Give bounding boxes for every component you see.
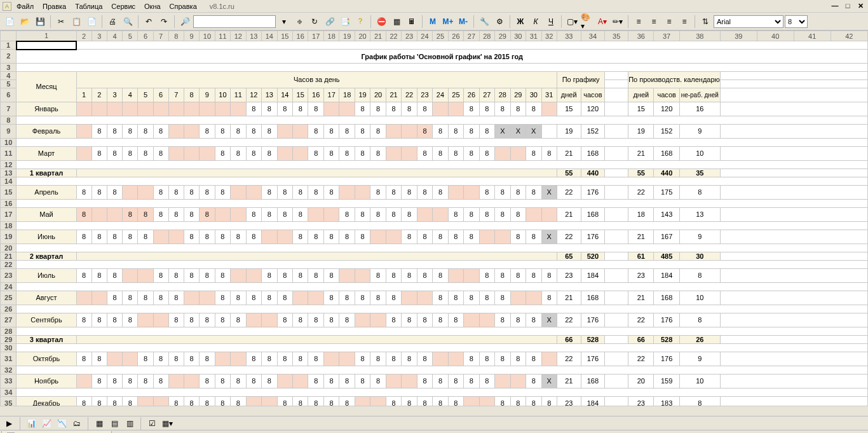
day-cell[interactable]: 8 [277, 268, 292, 282]
day-cell[interactable] [138, 313, 153, 327]
hdr-day-13[interactable]: 13 [262, 88, 277, 102]
day-cell[interactable]: 8 [339, 146, 355, 160]
prod-days[interactable]: 21 [628, 230, 654, 244]
day-cell[interactable]: 8 [448, 313, 463, 327]
prod-hours[interactable]: 168 [654, 146, 679, 160]
day-cell[interactable]: 8 [184, 352, 199, 366]
row-header[interactable]: 28 [1, 327, 17, 335]
day-cell[interactable] [293, 124, 308, 138]
day-cell[interactable]: 8 [262, 185, 277, 199]
m-icon[interactable]: М [426, 15, 440, 29]
sb9-icon[interactable]: ▦▾ [161, 418, 173, 429]
day-cell[interactable]: 8 [76, 230, 92, 244]
day-cell[interactable] [339, 352, 355, 366]
day-cell[interactable] [308, 207, 323, 221]
sched-days[interactable]: 21 [557, 207, 581, 221]
day-cell[interactable] [417, 291, 432, 305]
day-cell[interactable] [464, 268, 479, 282]
day-cell[interactable]: 8 [277, 207, 292, 221]
day-cell[interactable]: 8 [370, 207, 386, 221]
hdr-day-20[interactable]: 20 [370, 88, 386, 102]
day-cell[interactable] [215, 102, 230, 116]
mminus-icon[interactable]: М- [456, 15, 470, 29]
day-cell[interactable] [308, 291, 323, 305]
row-header[interactable]: 16 [1, 199, 17, 207]
day-cell[interactable]: 8 [370, 102, 386, 116]
day-cell[interactable]: 8 [138, 146, 153, 160]
nowork-days[interactable]: 16 [679, 102, 720, 116]
hdr-day-7[interactable]: 7 [168, 88, 184, 102]
day-cell[interactable]: 8 [355, 102, 370, 116]
day-cell[interactable]: 8 [107, 396, 122, 406]
day-cell[interactable]: 8 [168, 313, 184, 327]
day-cell[interactable] [433, 352, 448, 366]
row-header[interactable]: 6 [1, 88, 17, 102]
day-cell[interactable] [277, 146, 292, 160]
day-cell[interactable]: 8 [76, 396, 92, 406]
day-cell[interactable] [541, 102, 557, 116]
day-cell[interactable]: 8 [448, 146, 463, 160]
hdr-day-9[interactable]: 9 [200, 88, 215, 102]
menu-help[interactable]: Справка [166, 1, 201, 11]
day-cell[interactable]: 8 [510, 102, 526, 116]
quarter-label[interactable]: 2 квартал [17, 252, 76, 260]
day-cell[interactable] [246, 268, 261, 282]
day-cell[interactable]: 8 [107, 146, 122, 160]
row-header[interactable]: 13 [1, 168, 17, 177]
day-cell[interactable]: 8 [541, 396, 557, 406]
month-0[interactable]: Январь [17, 102, 76, 116]
sched-days[interactable]: 22 [557, 313, 581, 327]
day-cell[interactable]: 8 [262, 102, 277, 116]
day-cell[interactable]: 8 [200, 313, 215, 327]
prod-days[interactable]: 19 [628, 124, 654, 138]
day-cell[interactable]: 8 [479, 102, 494, 116]
day-cell[interactable]: 8 [153, 268, 168, 282]
sb3-icon[interactable]: 📉 [55, 418, 68, 429]
day-cell[interactable] [231, 102, 246, 116]
day-cell[interactable]: 8 [464, 352, 479, 366]
day-cell[interactable]: 8 [464, 207, 479, 221]
day-cell[interactable]: 8 [541, 146, 557, 160]
day-cell[interactable]: 8 [355, 207, 370, 221]
day-cell[interactable]: 8 [153, 207, 168, 221]
day-cell[interactable] [138, 396, 153, 406]
day-cell[interactable]: 8 [323, 374, 339, 388]
prod-days[interactable]: 22 [628, 313, 654, 327]
day-cell[interactable]: 8 [168, 396, 184, 406]
nowork-days[interactable]: 13 [679, 207, 720, 221]
day-cell[interactable] [526, 207, 541, 221]
q-nowork[interactable]: 26 [679, 335, 720, 343]
day-cell[interactable]: 8 [541, 268, 557, 282]
day-cell[interactable]: 8 [495, 102, 510, 116]
sched-hours[interactable]: 168 [581, 207, 605, 221]
prod-hours[interactable]: 176 [654, 352, 679, 366]
day-cell[interactable]: 8 [402, 230, 417, 244]
day-cell[interactable]: 8 [355, 374, 370, 388]
row-header[interactable]: 31 [1, 352, 17, 366]
day-cell[interactable]: 8 [76, 268, 92, 282]
corner-cell[interactable] [1, 31, 17, 41]
day-cell[interactable]: 8 [417, 352, 432, 366]
day-cell[interactable] [386, 230, 401, 244]
day-cell[interactable]: 8 [123, 291, 138, 305]
day-cell[interactable]: 8 [107, 291, 122, 305]
hdr-day-8[interactable]: 8 [184, 88, 199, 102]
day-cell[interactable] [370, 396, 386, 406]
day-cell[interactable]: 8 [479, 185, 494, 199]
day-cell[interactable]: 8 [184, 268, 199, 282]
day-cell[interactable]: 8 [123, 124, 138, 138]
day-cell[interactable]: 8 [448, 291, 463, 305]
hdr-day-18[interactable]: 18 [339, 88, 355, 102]
day-cell[interactable]: 8 [402, 185, 417, 199]
nowork-days[interactable]: 8 [679, 268, 720, 282]
day-cell[interactable]: 8 [92, 230, 107, 244]
day-cell[interactable] [402, 124, 417, 138]
sched-days[interactable]: 21 [557, 374, 581, 388]
hdr-day-10[interactable]: 10 [215, 88, 230, 102]
day-cell[interactable] [184, 124, 199, 138]
day-cell[interactable]: 8 [386, 352, 401, 366]
menu-table[interactable]: Таблица [71, 1, 106, 11]
mplus-icon[interactable]: М+ [441, 15, 455, 29]
day-cell[interactable]: 8 [448, 124, 463, 138]
sort-icon[interactable]: ⇅ [698, 15, 712, 29]
